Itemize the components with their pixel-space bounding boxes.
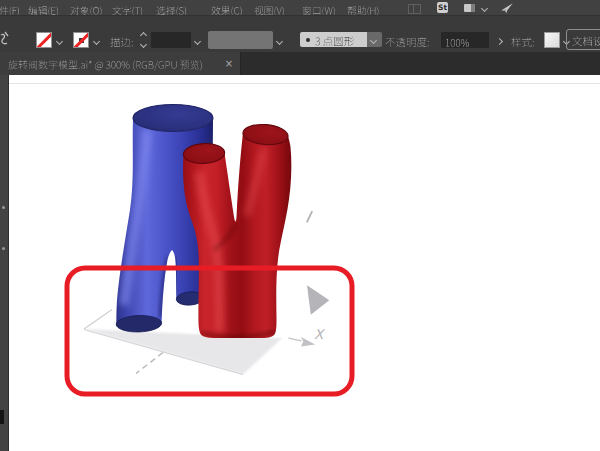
menu-bar: St bbox=[0, 0, 600, 15]
share-icon[interactable] bbox=[500, 2, 514, 14]
style-label-text bbox=[511, 34, 534, 49]
document-canvas[interactable]: X bbox=[0, 75, 600, 451]
illustrator-window: St bbox=[0, 0, 600, 451]
document-tab[interactable]: × bbox=[0, 52, 241, 75]
y-axis-dash bbox=[307, 211, 312, 222]
style-label bbox=[511, 34, 534, 53]
arrange-documents-icon[interactable] bbox=[408, 4, 421, 14]
opacity-label-text bbox=[385, 34, 429, 49]
width-profile-dropdown[interactable] bbox=[208, 31, 273, 49]
axis-triangle-icon bbox=[307, 285, 329, 315]
chevron-down-icon[interactable] bbox=[481, 4, 488, 11]
tool-icon-fragment bbox=[2, 206, 5, 209]
tool-swatch-fragment bbox=[0, 410, 4, 424]
document-tab-title bbox=[8, 56, 203, 75]
brush-dropdown-button[interactable] bbox=[367, 32, 382, 47]
brush-name-text bbox=[315, 33, 354, 48]
artwork: X bbox=[0, 75, 600, 451]
stroke-color-swatch[interactable] bbox=[73, 32, 89, 48]
opacity-input[interactable] bbox=[441, 32, 489, 48]
brush-definition-dropdown[interactable] bbox=[300, 32, 367, 47]
brush-name bbox=[315, 33, 354, 52]
workspace-switcher-icon[interactable] bbox=[464, 4, 475, 13]
tab-close-icon[interactable]: × bbox=[223, 57, 235, 70]
tools-panel-edge[interactable] bbox=[0, 75, 9, 451]
blue-tube-top-cap bbox=[133, 105, 213, 132]
document-tab-bar: × bbox=[0, 52, 600, 75]
panel-icon-fragment bbox=[0, 31, 9, 48]
document-setup-text bbox=[572, 33, 600, 48]
x-axis-label: X bbox=[314, 326, 326, 342]
document-setup-button[interactable] bbox=[566, 29, 600, 50]
stroke-label-text bbox=[110, 34, 133, 49]
brush-preview-dot-icon bbox=[306, 38, 310, 42]
control-bar bbox=[0, 15, 600, 52]
adobe-stock-icon[interactable]: St bbox=[437, 2, 448, 13]
chevron-down-icon[interactable] bbox=[276, 37, 283, 44]
chevron-down-icon[interactable] bbox=[56, 37, 63, 44]
opacity-value-text bbox=[445, 35, 469, 49]
x-axis-arrow-shaft bbox=[289, 338, 302, 341]
chevron-down-icon[interactable] bbox=[194, 37, 201, 44]
red-tube[interactable] bbox=[183, 123, 291, 338]
tool-icon-fragment bbox=[2, 247, 5, 250]
z-axis-dashed-line bbox=[136, 353, 163, 374]
axis-widget: X bbox=[289, 211, 330, 346]
chevron-down-icon[interactable] bbox=[93, 37, 100, 44]
stroke-weight-stepper[interactable] bbox=[139, 32, 148, 48]
tab-title-text bbox=[8, 57, 203, 71]
chevron-right-icon[interactable] bbox=[496, 37, 503, 44]
stroke-weight-input[interactable] bbox=[151, 32, 191, 48]
graphic-style-swatch[interactable] bbox=[544, 32, 560, 48]
fill-color-swatch[interactable] bbox=[36, 32, 52, 48]
